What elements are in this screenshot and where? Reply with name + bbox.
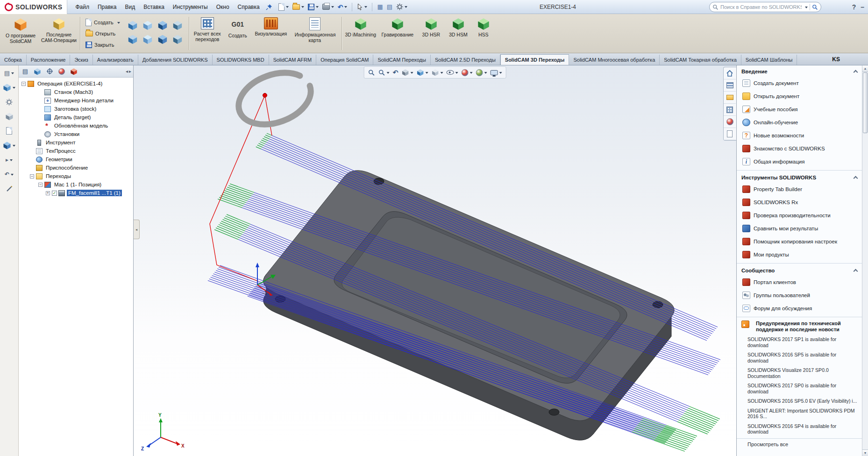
news-link[interactable]: SOLIDWORKS 2016 SP5.0 EV (Early Visibili… <box>737 396 862 406</box>
menu-item[interactable]: Правка <box>93 2 121 12</box>
settings-button[interactable] <box>171 33 185 46</box>
scroll-up-button[interactable]: ▲ <box>862 65 868 72</box>
clipboard-button[interactable] <box>2 125 17 136</box>
tree-item-label[interactable]: Инструмент <box>44 139 77 146</box>
hide-show-items-button[interactable] <box>445 68 459 77</box>
new-document-button[interactable] <box>277 1 290 13</box>
tree-item[interactable]: ✓ Деталь (target) <box>19 113 133 121</box>
command-tab[interactable]: SolidCAM AFRM <box>269 55 317 65</box>
tree-item-label[interactable]: Мас 1 (1- Позиция) <box>53 181 103 188</box>
tree-item[interactable]: ✓ ТехПроцесс <box>19 147 133 155</box>
engraving-button[interactable]: Гравирование <box>378 15 417 52</box>
tool-display-button[interactable] <box>2 96 17 107</box>
sheet-properties-button[interactable]: ▤ <box>385 1 394 13</box>
tree-item[interactable]: ✓ Установки <box>19 130 133 138</box>
collapse-chevron-icon[interactable] <box>854 269 858 274</box>
command-tab[interactable]: SOLIDWORKS MBD <box>213 55 269 65</box>
menu-item[interactable]: Окно <box>212 2 234 12</box>
stock-display-button[interactable] <box>2 111 17 122</box>
zoom-area-button[interactable] <box>377 68 391 77</box>
scroll-down-button[interactable]: ▼ <box>862 449 868 456</box>
taskpane-link[interactable]: Помощник копирования настроек <box>737 235 862 248</box>
view-grid-button[interactable]: ▦ <box>376 1 384 13</box>
expand-toggle[interactable] <box>38 183 43 187</box>
part-display-button[interactable] <box>2 82 17 93</box>
geometry-button[interactable] <box>141 33 155 46</box>
minimize-button[interactable]: – <box>861 3 864 11</box>
machine-setup-button[interactable] <box>126 33 140 46</box>
taskpane-link[interactable]: Знакомство с SOLIDWORKS <box>737 142 862 155</box>
section-header[interactable]: Сообщество <box>737 264 862 276</box>
command-tab[interactable]: Расположение <box>27 55 71 65</box>
news-link[interactable]: SOLIDWORKS 2016 SP5 is available for dow… <box>737 350 862 365</box>
taskpane-link[interactable]: Открыть документ <box>737 90 862 103</box>
tree-item[interactable]: ✓ Геометрии <box>19 155 133 164</box>
pin-icon[interactable] <box>266 4 272 10</box>
tool-table-button[interactable] <box>171 19 185 32</box>
help-button[interactable]: ? <box>852 3 856 11</box>
tree-item-label[interactable]: Переходы <box>44 173 72 179</box>
taskpane-link[interactable]: Проверка производительности <box>737 209 862 222</box>
design-library-tab[interactable] <box>724 79 736 92</box>
recent-cam-operations-button[interactable]: Последние CAM-Операции <box>40 15 78 52</box>
hsr-3d-button[interactable]: 3D HSR <box>418 15 444 52</box>
search-input[interactable] <box>720 4 802 10</box>
display-style-button[interactable] <box>430 68 444 77</box>
tree-item-label[interactable]: Заготовка (stock) <box>53 106 98 112</box>
stock-button[interactable] <box>141 19 155 32</box>
apply-scene-button[interactable] <box>475 68 488 77</box>
taskpane-link[interactable]: Учебные пособия <box>737 103 862 116</box>
tree-item-label[interactable]: Менеджер Ноля детали <box>53 97 115 104</box>
command-tab[interactable]: Эскиз <box>70 55 92 65</box>
tab-prev-button[interactable]: ◂ <box>126 69 128 74</box>
view-palette-tab[interactable] <box>724 104 736 116</box>
command-tab[interactable]: SolidCAM 3D Переходы <box>500 54 569 65</box>
open-button[interactable] <box>291 1 306 13</box>
panel-display-button[interactable]: ▤ <box>2 67 17 78</box>
property-manager-tab[interactable] <box>33 67 42 76</box>
menu-item[interactable]: Вид <box>121 2 140 12</box>
cam-close-button[interactable]: Закрыть <box>83 40 123 50</box>
g01-create-button[interactable]: G01 Создать <box>224 15 251 52</box>
tree-panel-collapse-button[interactable]: ◂ <box>134 220 140 239</box>
configuration-manager-tab[interactable] <box>45 67 54 76</box>
solidcam-manager-tab[interactable] <box>69 67 78 76</box>
tree-item[interactable]: ✓ Заготовка (stock) <box>19 105 133 113</box>
sketch-tool-button[interactable] <box>2 183 17 194</box>
undo-button[interactable]: ↶ <box>336 1 349 13</box>
appearances-tab[interactable] <box>724 116 736 128</box>
previous-view-button[interactable]: ↶ <box>392 68 399 77</box>
tree-item[interactable]: ✓ Станок (Mach3) <box>19 88 133 96</box>
options-button[interactable] <box>395 1 409 13</box>
news-link[interactable]: SOLIDWORKS Visualize 2017 SP0.0 Document… <box>737 365 862 381</box>
menu-item[interactable]: Справка <box>234 2 264 12</box>
taskpane-link[interactable]: Портал клиентов <box>737 276 862 289</box>
command-tab[interactable]: SolidCAM Многоосевая обработка <box>569 55 660 65</box>
tree-item-label[interactable]: Операция (EXERCISE1-4) <box>36 80 104 87</box>
news-link[interactable]: SOLIDWORKS 2017 SP1 is available for dow… <box>737 335 862 350</box>
command-tab[interactable]: SolidCAM Токарная обработка <box>660 55 741 65</box>
collapse-chevron-icon[interactable] <box>854 176 858 181</box>
custom-properties-tab[interactable] <box>724 128 736 140</box>
tree-item-label[interactable]: Обновлённая модель <box>53 122 109 129</box>
task-pane-scrollbar[interactable]: ▲ ▼ <box>862 65 868 456</box>
expand-toggle[interactable] <box>46 191 50 195</box>
home-tab[interactable] <box>724 67 736 79</box>
tree-item-label[interactable]: Установки <box>53 131 81 137</box>
search-go-icon[interactable] <box>812 4 818 10</box>
save-button[interactable] <box>306 1 320 13</box>
taskpane-link[interactable]: Общая информация <box>737 155 862 168</box>
tree-item-label[interactable]: Геометрии <box>44 156 74 163</box>
command-tab[interactable]: SolidCAM 2.5D Переходы <box>431 55 500 65</box>
simulation-button[interactable]: Визуализация <box>252 15 290 52</box>
file-explorer-tab[interactable] <box>724 92 736 104</box>
target-button[interactable] <box>156 19 170 32</box>
calculate-all-operations-button[interactable]: Расчет всех переходов <box>192 15 223 52</box>
tree-item[interactable]: ✓ Переходы <box>19 172 133 180</box>
view-all-link[interactable]: Просмотреть все <box>737 438 862 450</box>
command-tab[interactable]: Операция SolidCAM <box>316 55 373 65</box>
tree-item[interactable]: ✓ Операция (EXERCISE1-4) <box>19 79 133 88</box>
zoom-fit-button[interactable] <box>367 68 376 77</box>
tree-item-label[interactable]: ТехПроцесс <box>44 148 77 154</box>
command-tab[interactable]: SolidCAM Переходы <box>373 55 431 65</box>
